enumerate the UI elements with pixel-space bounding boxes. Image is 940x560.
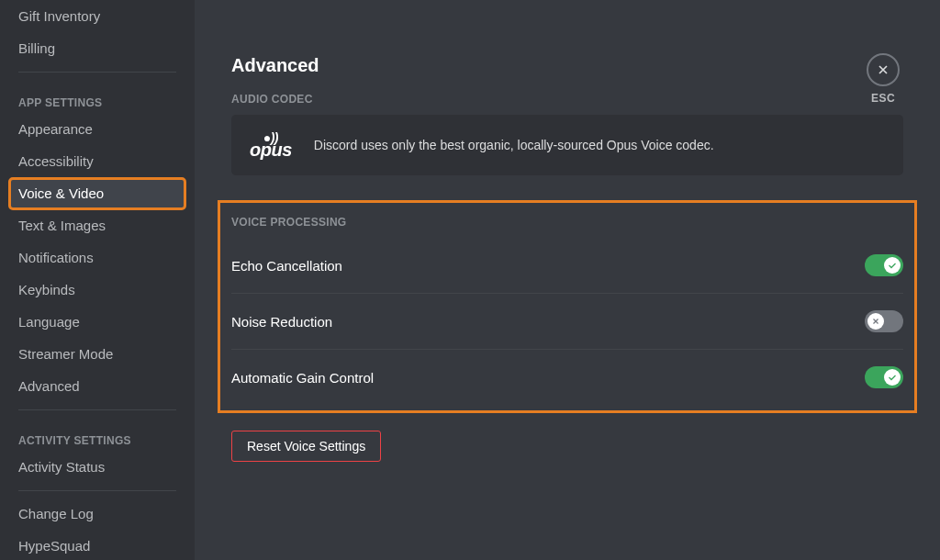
sidebar-item-advanced[interactable]: Advanced bbox=[9, 371, 185, 402]
voice-processing-header: VOICE PROCESSING bbox=[231, 216, 903, 229]
sidebar-item-notifications[interactable]: Notifications bbox=[9, 242, 185, 274]
toggle-row-agc: Automatic Gain Control bbox=[231, 350, 903, 394]
sidebar: Gift Inventory Billing APP SETTINGS Appe… bbox=[0, 0, 195, 560]
sidebar-item-accessibility[interactable]: Accessibility bbox=[9, 146, 185, 177]
voice-processing-section: VOICE PROCESSING Echo Cancellation Noise… bbox=[220, 203, 914, 410]
sidebar-item-keybinds[interactable]: Keybinds bbox=[9, 274, 185, 306]
toggle-noise-reduction[interactable] bbox=[865, 310, 903, 332]
sidebar-item-language[interactable]: Language bbox=[9, 307, 185, 338]
toggle-echo-cancellation[interactable] bbox=[865, 254, 903, 276]
divider bbox=[18, 72, 176, 73]
toggle-row-echo-cancellation: Echo Cancellation bbox=[231, 238, 903, 294]
audio-codec-header: AUDIO CODEC bbox=[231, 93, 903, 106]
sidebar-item-hypesquad[interactable]: HypeSquad bbox=[9, 531, 185, 560]
toggle-knob bbox=[884, 257, 901, 274]
close-area: ESC bbox=[867, 53, 900, 105]
toggle-label: Automatic Gain Control bbox=[231, 370, 374, 386]
divider bbox=[18, 490, 176, 491]
toggle-automatic-gain-control[interactable] bbox=[865, 366, 903, 388]
sidebar-item-gift-inventory[interactable]: Gift Inventory bbox=[9, 1, 185, 32]
check-icon bbox=[887, 372, 898, 383]
divider bbox=[18, 409, 176, 410]
codec-description: Discord uses only the best organic, loca… bbox=[314, 138, 714, 152]
sidebar-header-activity-settings: ACTIVITY SETTINGS bbox=[9, 418, 185, 451]
main-content: ESC Advanced AUDIO CODEC ●)) opus Discor… bbox=[195, 0, 940, 560]
sidebar-item-change-log[interactable]: Change Log bbox=[9, 498, 185, 530]
sidebar-item-appearance[interactable]: Appearance bbox=[9, 114, 185, 145]
toggle-knob bbox=[867, 313, 884, 330]
toggle-label: Echo Cancellation bbox=[231, 258, 342, 274]
toggle-label: Noise Reduction bbox=[231, 314, 332, 330]
check-icon bbox=[887, 260, 898, 271]
sidebar-item-streamer-mode[interactable]: Streamer Mode bbox=[9, 339, 185, 370]
codec-card: ●)) opus Discord uses only the best orga… bbox=[231, 115, 903, 175]
close-label: ESC bbox=[867, 92, 900, 105]
opus-logo-text: opus bbox=[250, 140, 292, 160]
page-title: Advanced bbox=[231, 55, 903, 76]
toggle-row-noise-reduction: Noise Reduction bbox=[231, 294, 903, 350]
sidebar-item-activity-status[interactable]: Activity Status bbox=[9, 452, 185, 483]
close-icon bbox=[876, 62, 890, 77]
reset-voice-settings-button[interactable]: Reset Voice Settings bbox=[231, 431, 381, 462]
sidebar-item-text-images[interactable]: Text & Images bbox=[9, 210, 185, 241]
opus-logo: ●)) opus bbox=[250, 131, 292, 159]
sidebar-header-app-settings: APP SETTINGS bbox=[9, 80, 185, 113]
x-icon bbox=[870, 316, 881, 327]
sidebar-item-voice-video[interactable]: Voice & Video bbox=[9, 178, 185, 209]
sidebar-item-billing[interactable]: Billing bbox=[9, 33, 185, 64]
toggle-knob bbox=[884, 369, 901, 386]
close-button[interactable] bbox=[867, 53, 900, 86]
